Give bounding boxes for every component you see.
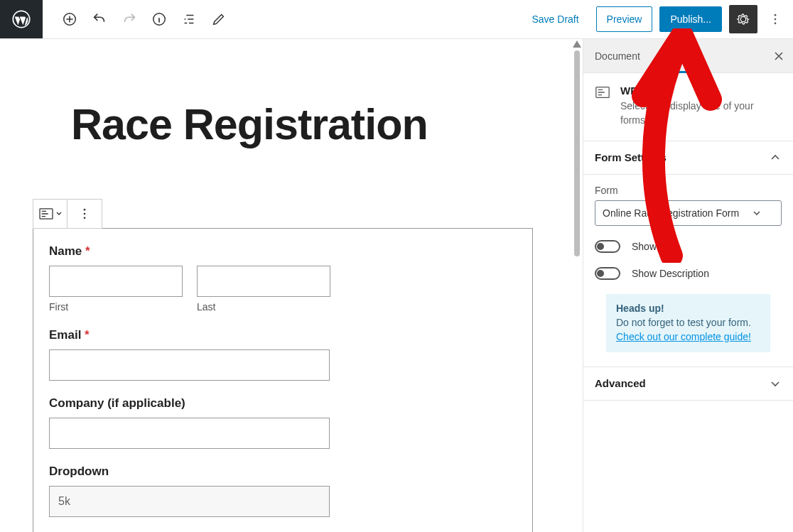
field-label: Company (if applicable): [49, 396, 517, 411]
preview-button[interactable]: Preview: [596, 6, 653, 32]
settings-button[interactable]: [729, 5, 757, 33]
dropdown-input[interactable]: [49, 486, 330, 517]
toggle-off-icon: [595, 267, 620, 280]
last-name-sublabel: Last: [197, 301, 330, 313]
publish-button[interactable]: Publish...: [659, 6, 722, 32]
scrollbar-thumb[interactable]: [574, 50, 580, 256]
last-name-input[interactable]: [197, 266, 330, 297]
block-card: WPForms Select and display one of your f…: [583, 73, 793, 141]
scrollbar[interactable]: [573, 40, 581, 532]
svg-point-3: [775, 14, 777, 16]
form-block-icon: [595, 85, 610, 100]
close-sidebar-button[interactable]: [765, 39, 793, 72]
notice-title: Heads up!: [616, 303, 760, 314]
topbar-actions: Save Draft Preview Publish...: [522, 0, 793, 38]
first-name-input[interactable]: [49, 266, 183, 297]
add-block-button[interactable]: [57, 6, 82, 32]
show-title-toggle[interactable]: Show Title: [595, 240, 782, 253]
form-block-icon: [38, 207, 54, 220]
page-title[interactable]: Race Registration: [0, 39, 583, 162]
block-more-button[interactable]: [68, 200, 102, 228]
undo-button[interactable]: [87, 6, 112, 32]
panel-title: Advanced: [595, 377, 646, 389]
topbar-tools: [43, 0, 232, 38]
form-settings-header[interactable]: Form Settings: [583, 141, 793, 175]
company-field: Company (if applicable): [49, 396, 517, 449]
form-test-notice: Heads up! Do not forget to test your for…: [606, 294, 770, 352]
required-marker: *: [85, 328, 90, 342]
info-button[interactable]: [146, 6, 172, 32]
toggle-label: Show Title: [632, 241, 678, 252]
field-label: Name: [49, 244, 82, 258]
panel-title: Form Settings: [595, 151, 667, 163]
form-select-label: Form: [595, 185, 782, 196]
form-select[interactable]: Online Race Registration Form: [595, 200, 782, 226]
editor-topbar: Save Draft Preview Publish...: [0, 0, 793, 39]
block-card-desc: Select and display one of your forms.: [620, 99, 782, 128]
block-type-button[interactable]: [33, 200, 68, 228]
form-settings-body: Form Online Race Registration Form Show …: [583, 175, 793, 367]
notice-message: Do not forget to test your form.: [616, 317, 760, 328]
more-vertical-icon: [768, 12, 782, 26]
notice-link[interactable]: Check out our complete guide!: [616, 331, 751, 342]
edit-button[interactable]: [206, 6, 232, 32]
email-field: Email *: [49, 328, 517, 381]
editor-canvas[interactable]: Race Registration Name * First: [0, 39, 583, 532]
redo-button[interactable]: [117, 6, 142, 32]
chevron-down-icon: [55, 210, 63, 217]
svg-point-4: [775, 18, 777, 21]
first-name-sublabel: First: [49, 301, 183, 313]
form-preview-block[interactable]: Name * First Last Email * Company: [33, 228, 533, 532]
more-vertical-icon: [77, 207, 92, 221]
svg-point-7: [84, 209, 86, 211]
show-description-toggle[interactable]: Show Description: [595, 267, 782, 280]
svg-point-5: [775, 23, 777, 25]
toggle-off-icon: [595, 240, 620, 253]
outline-button[interactable]: [176, 6, 202, 32]
chevron-up-icon: [769, 151, 782, 164]
advanced-panel-header[interactable]: Advanced: [583, 367, 793, 401]
block-toolbar: [33, 199, 102, 229]
sidebar-tabs: Document Block: [583, 39, 793, 73]
company-input[interactable]: [49, 418, 330, 449]
tab-block[interactable]: Block: [652, 39, 701, 72]
form-select-value: Online Race Registration Form: [603, 207, 739, 219]
dropdown-field: Dropdown: [49, 465, 517, 517]
block-card-title: WPForms: [620, 85, 782, 97]
chevron-down-icon: [769, 377, 782, 390]
chevron-down-icon: [752, 209, 761, 217]
svg-point-8: [84, 213, 86, 215]
name-field: Name * First Last: [49, 244, 517, 313]
email-input[interactable]: [49, 349, 330, 381]
field-label: Dropdown: [49, 465, 517, 479]
save-draft-button[interactable]: Save Draft: [522, 6, 588, 32]
settings-sidebar: Document Block WPForms Select and displa…: [583, 39, 793, 532]
tab-document[interactable]: Document: [583, 39, 652, 72]
gear-icon: [735, 11, 751, 27]
wordpress-logo[interactable]: [0, 0, 43, 38]
close-icon: [773, 50, 784, 62]
more-menu-button[interactable]: [765, 5, 786, 33]
svg-point-9: [84, 217, 86, 219]
field-label: Email: [49, 328, 81, 342]
required-marker: *: [85, 244, 90, 258]
toggle-label: Show Description: [632, 268, 709, 279]
